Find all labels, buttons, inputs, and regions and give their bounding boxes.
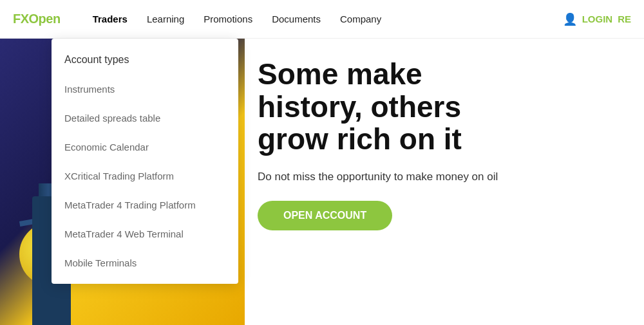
dropdown-item-account-types[interactable]: Account types: [52, 45, 238, 75]
dropdown-item-mt4[interactable]: MetaTrader 4 Trading Platform: [52, 190, 238, 219]
dropdown-item-detailed-spreads[interactable]: Detailed spreads table: [52, 104, 238, 133]
dropdown-item-instruments[interactable]: Instruments: [52, 75, 238, 104]
nav-item-learning[interactable]: Learning: [147, 8, 184, 30]
dropdown-item-mobile[interactable]: Mobile Terminals: [52, 248, 238, 277]
nav-item-traders[interactable]: Traders: [93, 8, 128, 30]
logo: FXOpen: [13, 12, 61, 26]
nav-left: FXOpen Traders Learning Promotions Docum…: [13, 8, 381, 30]
dropdown-item-mt4-web[interactable]: MetaTrader 4 Web Terminal: [52, 219, 238, 248]
login-button[interactable]: LOGIN: [582, 14, 613, 24]
hero-heading: Some make history, others grow rich on i…: [258, 58, 515, 156]
nav-item-company[interactable]: Company: [340, 8, 381, 30]
nav-item-promotions[interactable]: Promotions: [204, 8, 252, 30]
nav-item-documents[interactable]: Documents: [272, 8, 321, 30]
register-button[interactable]: RE: [618, 14, 631, 24]
hero-cta-button[interactable]: OPEN ACCOUNT: [258, 201, 392, 230]
hero-subtext: Do not miss the opportunity to make mone…: [258, 169, 644, 185]
login-icon: 👤: [563, 12, 577, 26]
hero-text: Some make history, others grow rich on i…: [245, 58, 644, 230]
traders-dropdown: Account types Instruments Detailed sprea…: [52, 39, 238, 284]
header: FXOpen Traders Learning Promotions Docum…: [0, 0, 644, 39]
dropdown-item-economic-calendar[interactable]: Economic Calendar: [52, 133, 238, 162]
dropdown-item-xcritical[interactable]: XCritical Trading Platform: [52, 162, 238, 190]
nav-right: 👤 LOGIN RE: [563, 12, 631, 26]
